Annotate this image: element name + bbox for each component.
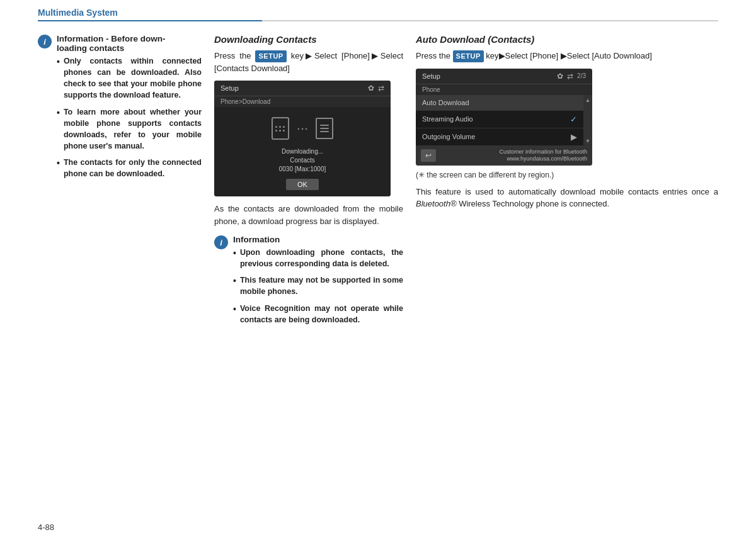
- info-icon-left: i: [38, 35, 52, 48]
- menu-label: Streaming Audio: [422, 115, 570, 123]
- header-title: Multimedia System: [38, 8, 718, 18]
- wifi-icon-right: ⇄: [567, 72, 573, 81]
- menu-right: ✓: [570, 115, 577, 124]
- screen-mockup-right: Setup ✿ ⇄ 2/3 Phone Auto Download Stream…: [416, 69, 592, 166]
- screen-mockup-middle: Setup ✿ ⇄ Phone>Download: [214, 81, 391, 196]
- setup-badge-middle: SETUP: [255, 50, 286, 62]
- list-item: This feature may not be supported in som…: [233, 274, 403, 297]
- screen-title-middle: Setup: [220, 84, 239, 92]
- body-text-right: This feature is used to automatically do…: [416, 186, 718, 210]
- body-text-middle: As the contacts are downloaded from the …: [214, 203, 403, 227]
- dot: [275, 126, 277, 128]
- phone-icon: [272, 117, 289, 140]
- screen-footer-right: ↩ Customer information for Bluetooth www…: [416, 146, 592, 166]
- screen-subtitle: Phone>Download: [214, 96, 391, 107]
- menu-row-volume: Outgoing Volume ▶: [416, 128, 583, 146]
- menu-row-auto-download: Auto Download: [416, 95, 583, 111]
- menu-label: Auto Download: [422, 99, 577, 106]
- dot: [275, 130, 277, 132]
- screen-header-icons-right: ✿ ⇄ 2/3: [557, 72, 586, 81]
- list-item: Voice Recognition may not operate while …: [233, 303, 403, 325]
- info-box-left: i Information - Before down-loading cont…: [38, 34, 202, 184]
- left-column: i Information - Before down-loading cont…: [38, 34, 214, 334]
- screen-header-middle: Setup ✿ ⇄: [214, 81, 391, 96]
- middle-column: Downloading Contacts Press the SETUP key…: [214, 34, 416, 334]
- screen-icon-row: ···: [272, 117, 333, 140]
- page-number: 4-88: [38, 522, 54, 532]
- doc-line: [320, 131, 329, 132]
- page-header: Multimedia System: [0, 0, 756, 21]
- setup-badge-right: SETUP: [453, 50, 484, 62]
- screen-body-middle: ··· Downloading... Contacts 0030 [Max:10…: [214, 107, 391, 196]
- screen-menu: Auto Download Streaming Audio ✓ Outgoing…: [416, 95, 583, 146]
- footer-text: Customer information for Bluetooth www.h…: [499, 149, 587, 163]
- main-content: i Information - Before down-loading cont…: [0, 21, 756, 347]
- asterisk-note: (✳ the screen can be different by region…: [416, 171, 718, 179]
- dot: [283, 126, 285, 128]
- back-button[interactable]: ↩: [421, 149, 436, 162]
- dot: [283, 130, 285, 132]
- ellipsis-icon: ···: [297, 120, 308, 137]
- doc-lines: [320, 125, 329, 132]
- doc-line: [320, 125, 329, 126]
- scroll-up-arrow: ▲: [585, 97, 591, 103]
- downloading-label: Downloading... Contacts 0030 [Max:1000]: [279, 147, 326, 174]
- instruction-middle: Press the SETUP key▶Select [Phone]▶Selec…: [214, 50, 403, 74]
- doc-icon: [316, 118, 333, 139]
- info-bullets-left: Only contacts within connected phones ca…: [57, 55, 202, 179]
- instruction-right: Press the SETUP key▶Select [Phone] ▶Sele…: [416, 50, 718, 62]
- section-title-right: Auto Download (Contacts): [416, 34, 718, 45]
- info-box-middle-2: i Information Upon downloading phone con…: [214, 235, 403, 330]
- screen-title-right: Setup: [422, 72, 440, 80]
- screen-body-right: Auto Download Streaming Audio ✓ Outgoing…: [416, 95, 592, 146]
- menu-right: ▶: [571, 132, 577, 142]
- list-item: Upon downloading phone contacts, the pre…: [233, 247, 403, 269]
- info-content-middle2: Information Upon downloading phone conta…: [233, 235, 403, 330]
- section-title-middle: Downloading Contacts: [214, 34, 403, 45]
- info-title-middle2: Information: [233, 235, 403, 244]
- dot: [279, 126, 281, 128]
- screen-phone-label: Phone: [416, 84, 592, 95]
- doc-line: [320, 128, 329, 129]
- scrollbar-right: ▲ ▼: [583, 95, 592, 146]
- right-column: Auto Download (Contacts) Press the SETUP…: [416, 34, 718, 334]
- info-bullets-middle2: Upon downloading phone contacts, the pre…: [233, 247, 403, 325]
- screen-header-right: Setup ✿ ⇄ 2/3: [416, 69, 592, 84]
- scroll-down-arrow: ▼: [585, 138, 591, 144]
- list-item: The contacts for only the connected phon…: [57, 157, 202, 179]
- list-item: Only contacts within connected phones ca…: [57, 55, 202, 101]
- menu-label: Outgoing Volume: [422, 133, 571, 140]
- dot: [279, 130, 281, 132]
- bluetooth-icon-right: ✿: [557, 72, 563, 81]
- list-item: To learn more about whether your mobile …: [57, 106, 202, 152]
- wifi-icon-small: ⇄: [378, 84, 384, 93]
- info-title-left: Information - Before down-loading contac…: [57, 34, 202, 53]
- ok-button[interactable]: OK: [286, 179, 319, 190]
- menu-row-streaming: Streaming Audio ✓: [416, 111, 583, 128]
- page-num-right: 2/3: [577, 72, 586, 79]
- bluetooth-icon-small: ✿: [368, 84, 374, 93]
- info-content-left: Information - Before down-loading contac…: [57, 34, 202, 184]
- info-icon-middle2: i: [214, 235, 228, 249]
- phone-dots: [274, 126, 287, 132]
- screen-header-icons: ✿ ⇄: [368, 84, 384, 93]
